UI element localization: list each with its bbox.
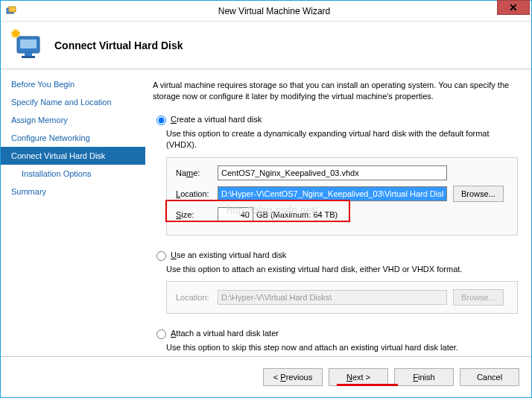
window-title: New Virtual Machine Wizard [17,6,531,16]
titlebar: New Virtual Machine Wizard ✕ [1,1,531,22]
name-input[interactable] [218,165,447,180]
attach-later-radio[interactable] [156,329,166,339]
size-suffix: GB (Maximum: 64 TB) [256,210,338,219]
sidebar-step-summary[interactable]: Summary [1,183,145,200]
wizard-window: New Virtual Machine Wizard ✕ Connect Vir… [0,0,532,398]
create-vhd-fields: Name: Location: Browse... Size: GB (Maxi… [166,157,518,236]
existing-location-label: Location: [176,293,218,302]
close-button[interactable]: ✕ [497,0,530,15]
use-existing-desc: Use this option to attach an existing vi… [166,264,518,275]
previous-button[interactable]: < Previous [263,368,323,386]
svg-rect-5 [22,56,35,58]
page-title: Connect Virtual Hard Disk [54,40,183,51]
cancel-button[interactable]: Cancel [460,368,519,386]
location-label: Location: [176,189,218,198]
app-icon [5,5,17,17]
svg-rect-4 [25,53,32,56]
wizard-sidebar: Before You Begin Specify Name and Locati… [1,69,145,356]
use-existing-radio[interactable] [156,251,166,261]
annotation-underline [337,384,398,386]
create-vhd-label: Create a virtual hard disk [171,115,262,124]
wizard-header: Connect Virtual Hard Disk [1,22,531,69]
size-input[interactable] [218,207,253,222]
create-vhd-desc: Use this option to create a dynamically … [166,128,518,151]
sidebar-step-configure-networking[interactable]: Configure Networking [1,129,145,147]
svg-rect-1 [9,7,16,12]
attach-later-desc: Use this option to skip this step now an… [166,342,518,353]
header-icon [10,28,45,63]
existing-vhd-fields: Location: Browse... [166,281,518,314]
finish-button[interactable]: Finish [394,368,454,386]
sidebar-step-installation-options[interactable]: Installation Options [1,165,145,183]
name-label: Name: [176,168,218,177]
location-input[interactable] [218,186,447,201]
existing-browse-button: Browse... [453,289,504,306]
svg-rect-3 [20,40,37,48]
sidebar-step-assign-memory[interactable]: Assign Memory [1,111,145,129]
sidebar-step-before-you-begin[interactable]: Before You Begin [1,75,145,93]
wizard-footer: < Previous Next > Finish Cancel [1,356,531,397]
sidebar-step-specify-name[interactable]: Specify Name and Location [1,93,145,111]
existing-location-input [218,290,447,305]
create-vhd-radio[interactable] [156,116,166,125]
intro-text: A virtual machine requires storage so th… [153,80,518,103]
size-label: Size: [176,210,218,219]
use-existing-label: Use an existing virtual hard disk [171,250,286,259]
attach-later-label: Attach a virtual hard disk later [171,329,279,338]
wizard-main: A virtual machine requires storage so th… [145,69,531,356]
sidebar-step-connect-vhd[interactable]: Connect Virtual Hard Disk [1,147,145,165]
browse-button[interactable]: Browse... [453,186,504,202]
